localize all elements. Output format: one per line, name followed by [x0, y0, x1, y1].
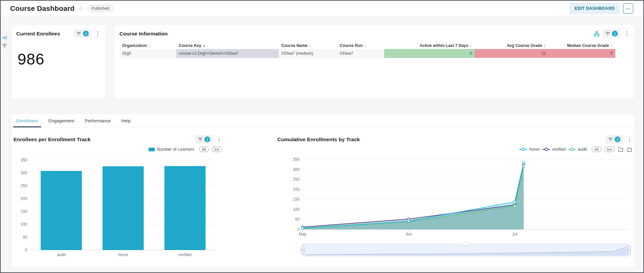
table-cell-avg-course-grade[interactable]: 11: [475, 49, 549, 58]
sort-carets-icon: ▲▼: [364, 44, 366, 48]
x-tick-label: May: [299, 232, 307, 237]
favorite-star-icon[interactable]: ☆: [79, 5, 84, 11]
applied-filters-button[interactable]: 2: [195, 135, 213, 144]
sort-carets-icon: ▲▼: [309, 44, 311, 48]
point-honor-early-jul-latest-[interactable]: [523, 161, 525, 164]
table-cell-active-within-last-7-days[interactable]: 0: [384, 49, 475, 58]
column-header-avg-course-grade[interactable]: Avg Course Grade▲▼: [475, 42, 549, 49]
column-header-course-name[interactable]: Course Name▲▼: [279, 42, 337, 49]
slider-handle-left[interactable]: [301, 246, 304, 254]
point-honor-jun[interactable]: [408, 220, 410, 222]
y-tick-label: 200: [21, 196, 27, 201]
filter-funnel-icon: [606, 32, 610, 35]
tab-help[interactable]: Help: [120, 114, 131, 127]
status-badge: Published: [87, 5, 113, 12]
legend-item-number-of-learners[interactable]: Number of Learners: [148, 147, 194, 152]
legend-all-button[interactable]: All: [199, 147, 209, 152]
x-category-label: verified: [178, 252, 192, 257]
bar-chart-legend: Number of Learners All Inv: [13, 147, 222, 152]
y-tick-label: 250: [21, 183, 27, 188]
table-cell-course-key[interactable]: course-v1:Org0+DemoX+033ea7: [176, 49, 279, 58]
legend-line-marker-icon: [519, 147, 528, 151]
sort-carets-icon: ▲▼: [610, 44, 613, 48]
sort-carets-icon: ▲▼: [148, 44, 150, 48]
y-tick-label: 350: [21, 158, 27, 163]
filter-count-badge: 3: [615, 136, 620, 142]
card-header: Current Enrollees 2 ⋮: [16, 29, 101, 38]
line-chart-header: Cumulative Enrollments by Track 3 ⋮: [277, 135, 632, 144]
bar-audit[interactable]: [41, 171, 82, 250]
x-category-label: audit: [57, 252, 66, 257]
chart-kebab-menu[interactable]: ⋮: [626, 136, 632, 142]
bar-honor[interactable]: [103, 166, 144, 250]
filter-rail-funnel-icon[interactable]: [2, 43, 7, 49]
legend-item-honor[interactable]: honor: [519, 147, 540, 152]
filter-funnel-icon: [198, 138, 202, 141]
sort-carets-icon: ▲: [203, 45, 205, 47]
column-header-active-within-last-7-days[interactable]: Active within Last 7 Days▲▼: [384, 42, 475, 49]
applied-filters-button[interactable]: 1: [603, 29, 620, 38]
legend-line-marker-icon: [568, 147, 577, 151]
filter-count-badge: 2: [83, 31, 89, 36]
column-header-course-run[interactable]: Course Run▲▼: [337, 42, 384, 49]
x-category-label: honor: [118, 252, 129, 257]
course-information-table: Organization▲▼Course Key▲Course Name▲▼Co…: [119, 42, 615, 58]
slider-selected-range[interactable]: [303, 244, 629, 256]
tab-bar: EnrollmentEngagementPerformanceHelp: [11, 114, 634, 128]
applied-filters-button[interactable]: 3: [606, 135, 623, 144]
edit-dashboard-button[interactable]: EDIT DASHBOARD: [569, 3, 620, 14]
tab-performance[interactable]: Performance: [84, 114, 111, 127]
tab-enrollment[interactable]: Enrollment: [16, 114, 39, 127]
y-tick-label: 50: [295, 217, 300, 222]
legend-item-audit[interactable]: audit: [568, 147, 587, 152]
card-title: Current Enrollees: [16, 31, 74, 37]
y-tick-label: 250: [293, 177, 300, 182]
point-honor-may[interactable]: [302, 227, 304, 229]
legend-swatch: [148, 148, 155, 151]
series-legend-group: honorverifiedaudit: [519, 147, 589, 152]
column-header-median-course-grade[interactable]: Median Course Grade▲▼: [549, 42, 615, 49]
chart-kebab-menu[interactable]: ⋮: [624, 31, 629, 36]
table-cell-organization[interactable]: Org0: [119, 49, 176, 58]
y-tick-label: 300: [293, 167, 300, 172]
filter-count-badge: 1: [612, 31, 618, 36]
chart-title: Enrollees per Enrollment Track: [13, 136, 195, 143]
column-header-organization[interactable]: Organization▲▼: [119, 42, 176, 49]
zoom-select-icon[interactable]: [618, 147, 623, 152]
chart-kebab-menu[interactable]: ⋮: [95, 31, 101, 36]
top-bar: Course Dashboard ☆ Published EDIT DASHBO…: [1, 1, 643, 17]
table-cell-median-course-grade[interactable]: 0: [549, 49, 615, 58]
applied-filters-button[interactable]: 2: [74, 29, 91, 38]
legend-label: verified: [552, 147, 565, 152]
table-cell-course-name[interactable]: 033ea7 (medium): [279, 49, 337, 58]
cross-filter-tree-icon[interactable]: [594, 31, 599, 36]
y-tick-label: 0: [297, 227, 300, 232]
line-chart-legend: honorverifiedaudit All Inv: [277, 147, 632, 152]
legend-all-button[interactable]: All: [592, 147, 601, 152]
current-enrollees-value: 986: [18, 50, 101, 68]
column-header-course-key[interactable]: Course Key▲: [176, 42, 279, 49]
table-row: Org0course-v1:Org0+DemoX+033ea7033ea7 (m…: [119, 49, 615, 58]
dashboard-more-button[interactable]: ...: [623, 3, 633, 14]
point-audit-jul[interactable]: [513, 205, 516, 207]
legend-inv-button[interactable]: Inv: [212, 147, 222, 152]
tab-engagement[interactable]: Engagement: [48, 114, 75, 127]
slider-handle-right[interactable]: [627, 246, 631, 254]
legend-inv-button[interactable]: Inv: [604, 147, 615, 152]
slider-center-grab-handle[interactable]: [461, 243, 470, 245]
legend-item-verified[interactable]: verified: [542, 147, 565, 152]
tabs-panel: EnrollmentEngagementPerformanceHelp Enro…: [11, 114, 634, 267]
bar-chart-header: Enrollees per Enrollment Track 2 ⋮: [13, 135, 222, 144]
y-tick-label: 50: [23, 235, 28, 240]
legend-label: honor: [529, 147, 540, 152]
bar-verified[interactable]: [164, 166, 205, 250]
y-tick-label: 0: [25, 248, 27, 252]
filter-funnel-icon: [77, 32, 81, 35]
point-honor-jul[interactable]: [513, 201, 516, 203]
chart-kebab-menu[interactable]: ⋮: [216, 136, 222, 142]
x-tick-label: Jul: [512, 232, 517, 237]
legend-line-marker-icon: [542, 147, 551, 151]
table-cell-course-run[interactable]: 033ea7: [337, 49, 384, 58]
expand-filter-bar-icon[interactable]: [2, 35, 7, 42]
zoom-reset-icon[interactable]: [627, 147, 632, 152]
